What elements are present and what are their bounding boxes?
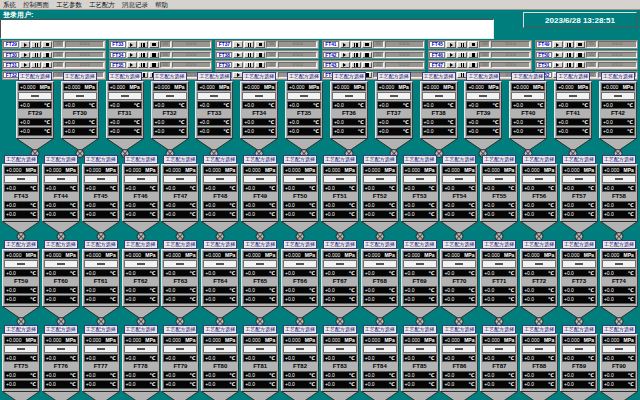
pause-button[interactable] [31, 41, 41, 47]
pause-button[interactable] [564, 62, 574, 68]
recipe-select-button[interactable]: 工艺配方选择 [163, 155, 197, 164]
menu-item[interactable]: 系统 [3, 1, 16, 9]
recipe-select-button[interactable]: 工艺配方选择 [163, 240, 197, 249]
start-button[interactable] [20, 41, 30, 47]
stop-button[interactable] [575, 62, 585, 68]
recipe-select-button[interactable]: 工艺配方选择 [243, 325, 277, 334]
recipe-select-button[interactable]: 工艺配方选择 [197, 72, 231, 81]
recipe-select-button[interactable]: 工艺配方选择 [602, 325, 636, 334]
stop-button[interactable] [362, 41, 372, 47]
recipe-select-button[interactable]: 工艺配方选择 [363, 240, 397, 249]
stop-button[interactable] [468, 41, 478, 47]
menu-item[interactable]: 工艺配方 [89, 1, 115, 9]
recipe-select-button[interactable]: 工艺配方选择 [363, 155, 397, 164]
recipe-select-button[interactable]: 工艺配方选择 [556, 72, 590, 81]
recipe-select-button[interactable]: 工艺配方选择 [283, 325, 317, 334]
pause-button[interactable] [351, 52, 361, 58]
menu-item[interactable]: 帮助 [155, 1, 168, 9]
recipe-select-button[interactable]: 工艺配方选择 [84, 325, 118, 334]
recipe-select-button[interactable]: 工艺配方选择 [18, 72, 52, 81]
stop-button[interactable] [149, 52, 159, 58]
recipe-select-button[interactable]: 工艺配方选择 [4, 325, 38, 334]
stop-button[interactable] [575, 41, 585, 47]
recipe-select-button[interactable]: 工艺配方选择 [403, 325, 437, 334]
recipe-select-button[interactable]: 工艺配方选择 [243, 240, 277, 249]
recipe-select-button[interactable]: 工艺配方选择 [124, 155, 158, 164]
recipe-select-button[interactable]: 工艺配方选择 [522, 240, 556, 249]
stop-button[interactable] [255, 41, 265, 47]
pause-button[interactable] [31, 62, 41, 68]
stop-button[interactable] [468, 52, 478, 58]
stop-button[interactable] [575, 52, 585, 58]
start-button[interactable] [446, 62, 456, 68]
pause-button[interactable] [138, 41, 148, 47]
recipe-select-button[interactable]: 工艺配方选择 [482, 155, 516, 164]
pause-button[interactable] [244, 52, 254, 58]
recipe-select-button[interactable]: 工艺配方选择 [562, 155, 596, 164]
recipe-select-button[interactable]: 工艺配方选择 [287, 72, 321, 81]
pause-button[interactable] [351, 41, 361, 47]
start-button[interactable] [127, 52, 137, 58]
recipe-select-button[interactable]: 工艺配方选择 [4, 240, 38, 249]
recipe-select-button[interactable]: 工艺配方选择 [153, 72, 187, 81]
stop-button[interactable] [362, 52, 372, 58]
recipe-select-button[interactable]: 工艺配方选择 [124, 325, 158, 334]
recipe-select-button[interactable]: 工艺配方选择 [323, 325, 357, 334]
recipe-select-button[interactable]: 工艺配方选择 [482, 240, 516, 249]
recipe-select-button[interactable]: 工艺配方选择 [562, 325, 596, 334]
recipe-select-button[interactable]: 工艺配方选择 [203, 240, 237, 249]
start-button[interactable] [127, 41, 137, 47]
login-user-listbox[interactable] [0, 19, 494, 39]
recipe-select-button[interactable]: 工艺配方选择 [601, 72, 635, 81]
recipe-select-button[interactable]: 工艺配方选择 [63, 72, 97, 81]
recipe-select-button[interactable]: 工艺配方选择 [602, 240, 636, 249]
start-button[interactable] [20, 62, 30, 68]
start-button[interactable] [233, 62, 243, 68]
pause-button[interactable] [244, 62, 254, 68]
recipe-select-button[interactable]: 工艺配方选择 [511, 72, 545, 81]
pause-button[interactable] [564, 52, 574, 58]
recipe-select-button[interactable]: 工艺配方选择 [203, 325, 237, 334]
stop-button[interactable] [42, 62, 52, 68]
pause-button[interactable] [138, 52, 148, 58]
recipe-select-button[interactable]: 工艺配方选择 [4, 155, 38, 164]
stop-button[interactable] [149, 62, 159, 68]
recipe-select-button[interactable]: 工艺配方选择 [108, 72, 142, 81]
recipe-select-button[interactable]: 工艺配方选择 [323, 155, 357, 164]
stop-button[interactable] [468, 62, 478, 68]
recipe-select-button[interactable]: 工艺配方选择 [522, 325, 556, 334]
recipe-select-button[interactable]: 工艺配方选择 [323, 240, 357, 249]
pause-button[interactable] [457, 62, 467, 68]
recipe-select-button[interactable]: 工艺配方选择 [283, 155, 317, 164]
recipe-select-button[interactable]: 工艺配方选择 [422, 72, 456, 81]
start-button[interactable] [233, 52, 243, 58]
recipe-select-button[interactable]: 工艺配方选择 [403, 155, 437, 164]
start-button[interactable] [553, 41, 563, 47]
start-button[interactable] [340, 41, 350, 47]
recipe-select-button[interactable]: 工艺配方选择 [522, 155, 556, 164]
menu-item[interactable]: 工艺参数 [56, 1, 82, 9]
start-button[interactable] [127, 62, 137, 68]
start-button[interactable] [20, 52, 30, 58]
recipe-select-button[interactable]: 工艺配方选择 [442, 155, 476, 164]
pause-button[interactable] [31, 52, 41, 58]
start-button[interactable] [446, 52, 456, 58]
recipe-select-button[interactable]: 工艺配方选择 [466, 72, 500, 81]
recipe-select-button[interactable]: 工艺配方选择 [84, 155, 118, 164]
recipe-select-button[interactable]: 工艺配方选择 [44, 240, 78, 249]
recipe-select-button[interactable]: 工艺配方选择 [562, 240, 596, 249]
recipe-select-button[interactable]: 工艺配方选择 [163, 325, 197, 334]
start-button[interactable] [233, 41, 243, 47]
stop-button[interactable] [362, 62, 372, 68]
start-button[interactable] [553, 52, 563, 58]
recipe-select-button[interactable]: 工艺配方选择 [84, 240, 118, 249]
recipe-select-button[interactable]: 工艺配方选择 [283, 240, 317, 249]
pause-button[interactable] [351, 62, 361, 68]
recipe-select-button[interactable]: 工艺配方选择 [243, 155, 277, 164]
start-button[interactable] [340, 52, 350, 58]
recipe-select-button[interactable]: 工艺配方选择 [377, 72, 411, 81]
stop-button[interactable] [149, 41, 159, 47]
pause-button[interactable] [138, 62, 148, 68]
recipe-select-button[interactable]: 工艺配方选择 [242, 72, 276, 81]
stop-button[interactable] [42, 41, 52, 47]
